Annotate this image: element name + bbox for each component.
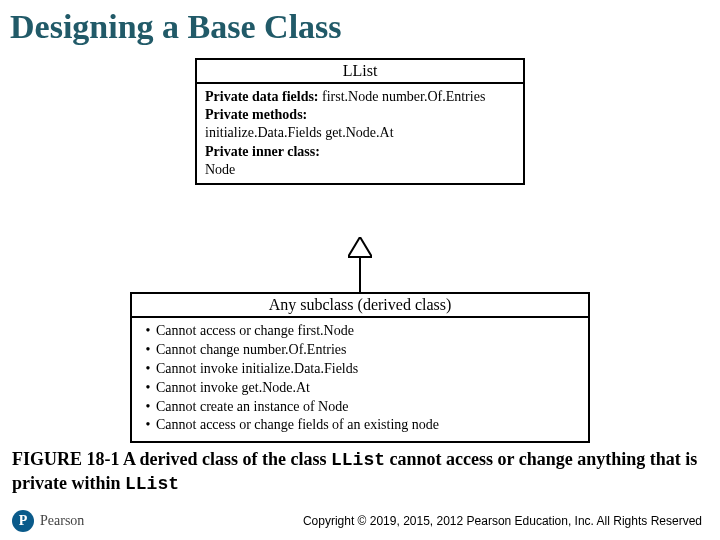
list-item: •Cannot invoke initialize.Data.Fields	[140, 360, 580, 379]
subclass-restrictions: •Cannot access or change first.Node •Can…	[132, 318, 588, 441]
llist-class-name: LList	[197, 60, 523, 84]
restriction-text: Cannot invoke get.Node.At	[156, 379, 310, 398]
pearson-logo-text: Pearson	[40, 513, 84, 529]
footer: P Pearson Copyright © 2019, 2015, 2012 P…	[0, 510, 720, 532]
figure-caption: FIGURE 18-1 A derived class of the class…	[0, 442, 720, 495]
restriction-text: Cannot invoke initialize.Data.Fields	[156, 360, 358, 379]
figure-prefix: FIGURE 18-1 A derived class of the class	[12, 449, 331, 469]
svg-marker-0	[348, 237, 372, 257]
pearson-logo-icon: P	[12, 510, 34, 532]
list-item: •Cannot access or change first.Node	[140, 322, 580, 341]
bullet-icon: •	[140, 398, 156, 417]
list-item: •Cannot create an instance of Node	[140, 398, 580, 417]
page-title: Designing a Base Class	[0, 0, 720, 52]
list-item: •Cannot invoke get.Node.At	[140, 379, 580, 398]
private-inner-label: Private inner class:	[205, 143, 515, 161]
copyright-text: Copyright © 2019, 2015, 2012 Pearson Edu…	[96, 514, 708, 528]
pearson-logo: P Pearson	[12, 510, 84, 532]
list-item: •Cannot access or change fields of an ex…	[140, 416, 580, 435]
inheritance-arrow-icon	[348, 237, 372, 292]
bullet-icon: •	[140, 322, 156, 341]
private-inner-value: Node	[205, 161, 515, 179]
figure-code: LList	[125, 474, 179, 494]
private-fields-value: first.Node number.Of.Entries	[319, 89, 486, 104]
restriction-text: Cannot access or change first.Node	[156, 322, 354, 341]
bullet-icon: •	[140, 416, 156, 435]
bullet-icon: •	[140, 360, 156, 379]
figure-code: LList	[331, 450, 385, 470]
restriction-text: Cannot create an instance of Node	[156, 398, 348, 417]
bullet-icon: •	[140, 379, 156, 398]
list-item: •Cannot change number.Of.Entries	[140, 341, 580, 360]
private-methods-value: initialize.Data.Fields get.Node.At	[205, 124, 515, 142]
private-fields-label: Private data fields:	[205, 89, 319, 104]
restriction-text: Cannot access or change fields of an exi…	[156, 416, 439, 435]
subclass-box: Any subclass (derived class) •Cannot acc…	[130, 292, 590, 443]
llist-class-box: LList Private data fields: first.Node nu…	[195, 58, 525, 185]
subclass-header: Any subclass (derived class)	[132, 294, 588, 318]
bullet-icon: •	[140, 341, 156, 360]
restriction-text: Cannot change number.Of.Entries	[156, 341, 347, 360]
private-methods-label: Private methods:	[205, 106, 515, 124]
llist-class-body: Private data fields: first.Node number.O…	[197, 84, 523, 183]
uml-diagram: LList Private data fields: first.Node nu…	[0, 52, 720, 442]
